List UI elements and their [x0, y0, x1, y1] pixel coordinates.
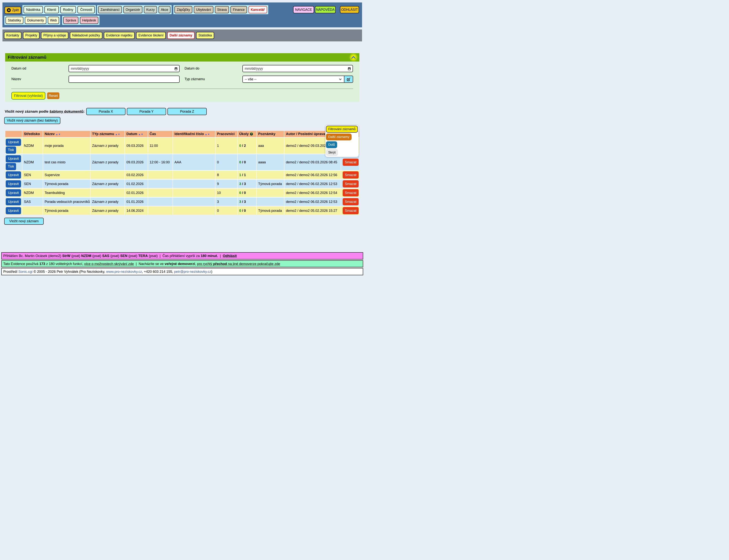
svg-text:?: ? [251, 132, 252, 135]
